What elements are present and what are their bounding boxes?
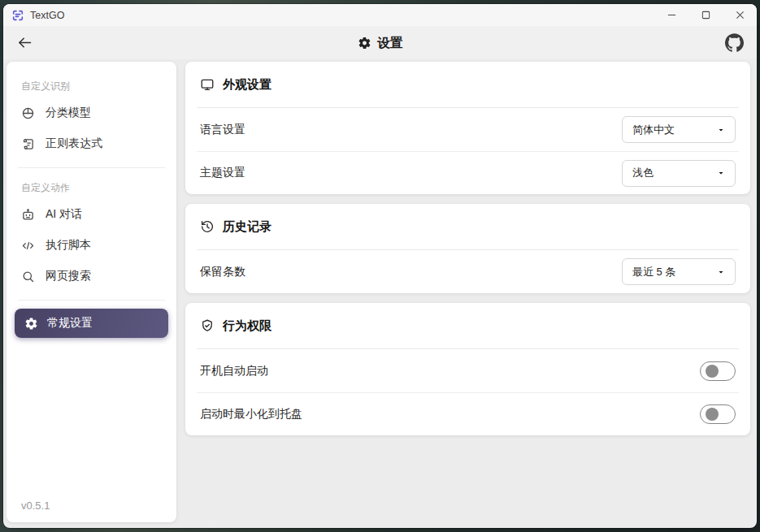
back-button[interactable] <box>16 34 33 51</box>
card-title-permissions: 行为权限 <box>197 303 739 349</box>
theme-select[interactable]: 浅色 <box>622 160 736 187</box>
setting-label: 语言设置 <box>200 123 245 137</box>
app-window: TextGO 设置 <box>3 4 757 528</box>
toggle-knob <box>706 408 719 421</box>
sidebar-item-label: 分类模型 <box>46 106 91 120</box>
setting-row-theme: 主题设置 浅色 <box>197 151 739 194</box>
setting-row-autostart: 开机自动启动 <box>197 349 739 392</box>
sidebar-divider <box>18 300 165 301</box>
select-value: 简体中文 <box>632 123 675 137</box>
chevron-down-icon <box>717 169 725 177</box>
setting-label: 保留条数 <box>200 265 245 279</box>
content-area: 自定义识别 分类模型 正则表达式 <box>3 59 757 528</box>
regex-icon <box>21 137 35 151</box>
page-header: 设置 <box>3 26 757 59</box>
toggle-knob <box>706 365 719 378</box>
sidebar-item-run-script[interactable]: 执行脚本 <box>7 230 176 261</box>
titlebar: TextGO <box>3 4 757 26</box>
sidebar-item-web-search[interactable]: 网页搜索 <box>7 261 176 292</box>
language-select[interactable]: 简体中文 <box>622 116 736 143</box>
sidebar-item-label: 执行脚本 <box>46 238 91 253</box>
sidebar-item-label: 网页搜索 <box>46 269 91 283</box>
card-title-appearance: 外观设置 <box>197 62 739 108</box>
app-name: TextGO <box>30 10 64 21</box>
select-value: 浅色 <box>632 166 654 180</box>
maximize-button[interactable] <box>688 4 723 26</box>
card-title-text: 行为权限 <box>223 318 271 334</box>
minimize-to-tray-toggle[interactable] <box>700 404 736 424</box>
gear-icon <box>358 36 371 50</box>
sidebar-section-label-recognition: 自定义识别 <box>21 80 162 93</box>
setting-label: 开机自动启动 <box>200 364 268 378</box>
setting-row-minimize-to-tray: 启动时最小化到托盘 <box>197 392 739 435</box>
setting-row-history-count: 保留条数 最近 5 条 <box>197 250 739 293</box>
autostart-toggle[interactable] <box>700 361 736 381</box>
sidebar-item-general-settings[interactable]: 常规设置 <box>15 309 168 338</box>
window-controls <box>654 4 757 26</box>
setting-label: 主题设置 <box>200 166 245 180</box>
sidebar-item-label: 常规设置 <box>47 316 93 331</box>
setting-row-language: 语言设置 简体中文 <box>197 108 739 151</box>
sidebar-item-regex[interactable]: 正则表达式 <box>7 128 176 159</box>
code-icon <box>21 239 35 253</box>
titlebar-app-identity: TextGO <box>11 9 64 22</box>
card-title-text: 外观设置 <box>223 77 271 93</box>
search-icon <box>21 270 35 283</box>
history-count-select[interactable]: 最近 5 条 <box>622 258 736 285</box>
chevron-down-icon <box>717 268 725 276</box>
card-title-history: 历史记录 <box>197 204 739 250</box>
github-icon[interactable] <box>725 33 744 52</box>
setting-label: 启动时最小化到托盘 <box>200 407 302 422</box>
sidebar-item-label: 正则表达式 <box>46 136 102 151</box>
close-button[interactable] <box>723 4 757 26</box>
card-history: 历史记录 保留条数 最近 5 条 <box>185 204 750 293</box>
page-title: 设置 <box>358 34 403 51</box>
textgo-logo-icon <box>11 9 24 22</box>
gear-icon <box>24 317 38 331</box>
card-behavior-permissions: 行为权限 开机自动启动 启动时最小化到托盘 <box>185 303 750 435</box>
app-version: v0.5.1 <box>21 500 50 512</box>
sidebar: 自定义识别 分类模型 正则表达式 <box>7 62 176 522</box>
sidebar-divider <box>18 167 165 168</box>
sidebar-item-label: AI 对话 <box>46 207 82 222</box>
sidebar-item-classification-model[interactable]: 分类模型 <box>7 97 176 128</box>
monitor-icon <box>200 77 215 92</box>
settings-main: 外观设置 语言设置 简体中文 主题设置 浅色 <box>185 62 750 522</box>
select-value: 最近 5 条 <box>632 265 675 279</box>
sidebar-item-ai-chat[interactable]: AI 对话 <box>7 199 176 230</box>
minimize-button[interactable] <box>654 4 688 26</box>
robot-icon <box>21 208 35 222</box>
sidebar-section-label-actions: 自定义动作 <box>21 181 162 195</box>
card-appearance-settings: 外观设置 语言设置 简体中文 主题设置 浅色 <box>185 62 750 194</box>
chevron-down-icon <box>717 126 725 134</box>
classification-model-icon <box>21 106 35 120</box>
page-title-text: 设置 <box>378 34 403 51</box>
shield-check-icon <box>200 318 215 333</box>
history-icon <box>200 219 215 234</box>
card-title-text: 历史记录 <box>223 219 271 235</box>
